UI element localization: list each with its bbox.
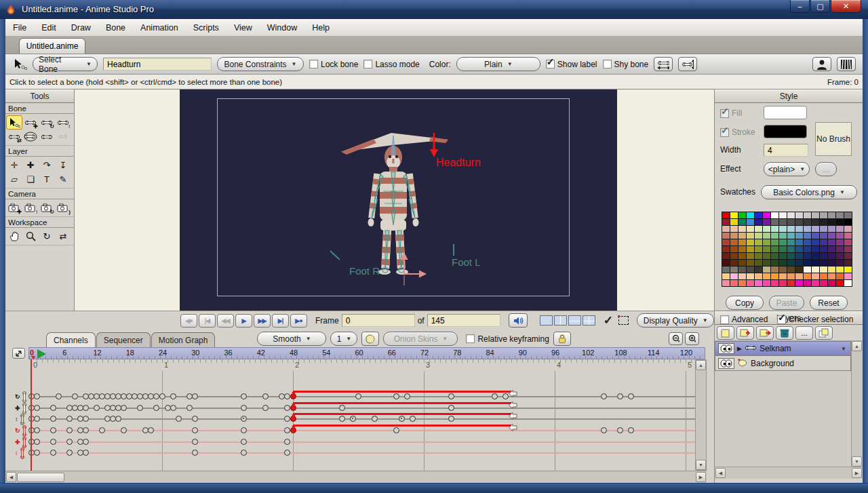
swatch-3-13[interactable] (828, 233, 835, 239)
keyframe-bone-angle-channel-f108[interactable] (617, 393, 623, 399)
swatch-2-13[interactable] (828, 226, 835, 232)
current-frame-input[interactable] (342, 314, 415, 327)
swatch-10-13[interactable] (828, 280, 835, 286)
swatch-5-8[interactable] (787, 246, 795, 252)
swatch-0-11[interactable] (812, 212, 819, 218)
layers-vscrollbar[interactable]: ▲▼ (851, 341, 863, 467)
swatch-0-13[interactable] (828, 212, 835, 218)
swatch-1-15[interactable] (844, 219, 852, 225)
keyframe-selected-bone-scale-channel-f39[interactable] (241, 450, 247, 456)
swatch-7-14[interactable] (836, 260, 844, 266)
layer-row-selknam[interactable]: ▶Selknam▼ (715, 341, 851, 356)
enable-drawing-icon[interactable]: ✓ (604, 313, 613, 328)
close-button[interactable]: ✕ (831, 0, 861, 13)
swatch-4-1[interactable] (730, 239, 738, 245)
keyframe-bone-translation-channel-f17[interactable] (121, 405, 127, 411)
onion-skin-toggle-button[interactable] (361, 332, 379, 346)
go-to-end-button[interactable]: ▶● (290, 314, 307, 328)
step-back-button[interactable]: ◀◀ (217, 314, 234, 328)
checker-selection-option[interactable]: ✓ Checker selection (777, 315, 853, 324)
layers-scroll-down[interactable]: ▼ (852, 456, 862, 467)
keyframe-bone-scale-channel-f70[interactable] (410, 416, 416, 422)
keyframe-selected-bone-angle-channel-f4[interactable] (50, 427, 56, 433)
swatch-7-7[interactable] (779, 260, 787, 266)
swatch-7-12[interactable] (820, 260, 827, 266)
swatch-9-0[interactable] (722, 273, 730, 279)
swatch-7-3[interactable] (747, 260, 754, 266)
shy-bone-option[interactable]: Shy bone (603, 60, 649, 69)
swatch-7-8[interactable] (787, 260, 795, 266)
swatch-1-4[interactable] (755, 219, 762, 225)
delete-layer-button[interactable] (776, 326, 793, 340)
keyframe-bone-angle-channel-f26[interactable] (170, 393, 176, 399)
play-button[interactable]: ▶ (235, 314, 252, 328)
roll-camera-tool[interactable]: ↻ (39, 201, 55, 215)
timeline-scroll-up[interactable]: ▲ (696, 360, 706, 370)
keyframe-bone-scale-channel-f77[interactable] (448, 416, 454, 422)
swatch-7-11[interactable] (812, 260, 819, 266)
swatch-4-8[interactable] (787, 239, 795, 245)
keyframe-selected-bone-translation-channel-f1[interactable] (34, 439, 40, 445)
interpolation-dropdown[interactable]: Smooth▼ (257, 332, 326, 346)
timeline-cursor[interactable] (31, 359, 32, 471)
keyframe-bone-translation-channel-f77[interactable] (448, 405, 454, 411)
swatch-2-2[interactable] (738, 226, 746, 232)
swatch-6-13[interactable] (828, 253, 835, 259)
selection-bar-end-arrow-selected-bone-angle-channel[interactable] (509, 422, 517, 434)
swatch-1-5[interactable] (763, 219, 770, 225)
layout-two-horizontal-button[interactable] (568, 315, 581, 326)
swatch-5-9[interactable] (795, 246, 803, 252)
swatch-1-2[interactable] (738, 219, 746, 225)
fill-color-swatch[interactable] (764, 106, 807, 119)
swatch-6-10[interactable] (804, 253, 811, 259)
timeline-zoom-out-button[interactable] (669, 332, 683, 345)
swatch-2-8[interactable] (787, 226, 795, 232)
swatch-5-2[interactable] (738, 246, 746, 252)
keyframe-selected-bone-angle-channel-f110[interactable] (628, 427, 634, 433)
swatch-10-4[interactable] (755, 280, 762, 286)
skeleton-bones[interactable] (372, 172, 415, 273)
swatch-7-2[interactable] (738, 260, 746, 266)
keyframe-bone-angle-channel-f110[interactable] (628, 393, 634, 399)
layout-grid-button[interactable] (583, 315, 595, 326)
swatch-6-14[interactable] (836, 253, 844, 259)
keyframe-selected-bone-angle-channel-f22[interactable] (148, 427, 154, 433)
character-selknam[interactable]: Headturn Foot R Foot L (180, 90, 617, 311)
swatch-3-10[interactable] (804, 233, 811, 239)
keyframe-bone-scale-channel-f39[interactable] (241, 416, 247, 422)
keyframe-bone-translation-channel-f26[interactable] (170, 405, 176, 411)
swatch-2-4[interactable] (755, 226, 762, 232)
swatch-6-8[interactable] (787, 253, 795, 259)
swatch-1-11[interactable] (812, 219, 819, 225)
keyframe-bone-angle-channel-f60[interactable] (355, 393, 361, 399)
swatch-6-3[interactable] (747, 253, 754, 259)
selection-bar-end-arrow-bone-angle-channel[interactable] (509, 388, 517, 400)
swatch-9-11[interactable] (812, 273, 819, 279)
keyframe-selected-bone-scale-channel-f7[interactable] (66, 450, 73, 456)
swatch-8-1[interactable] (730, 267, 738, 273)
keyframe-selected-bone-angle-channel-f39[interactable] (241, 427, 247, 433)
swatch-2-12[interactable] (820, 226, 827, 232)
swatch-10-6[interactable] (771, 280, 778, 286)
swatch-2-3[interactable] (747, 226, 754, 232)
swatch-10-2[interactable] (738, 280, 746, 286)
show-label-option[interactable]: ✓ Show label (546, 60, 597, 69)
swatch-1-14[interactable] (836, 219, 844, 225)
swatch-5-3[interactable] (747, 246, 754, 252)
swatch-10-12[interactable] (820, 280, 827, 286)
swatch-4-7[interactable] (779, 239, 787, 245)
swatch-5-0[interactable] (722, 246, 730, 252)
swatch-1-9[interactable] (795, 219, 803, 225)
swatch-0-0[interactable] (722, 212, 730, 218)
swatch-10-3[interactable] (747, 280, 754, 286)
keyframe-bone-scale-channel-f57[interactable] (339, 416, 345, 422)
swatch-10-15[interactable] (844, 280, 852, 286)
swatch-2-0[interactable] (722, 226, 730, 232)
swatch-6-2[interactable] (738, 253, 746, 259)
total-frames-input[interactable] (427, 314, 500, 327)
lasso-mode-option[interactable]: Lasso mode (363, 60, 419, 69)
swatch-9-3[interactable] (747, 273, 754, 279)
swatch-0-8[interactable] (787, 212, 795, 218)
swatch-0-6[interactable] (771, 212, 778, 218)
reset-style-button[interactable]: Reset (810, 296, 848, 310)
